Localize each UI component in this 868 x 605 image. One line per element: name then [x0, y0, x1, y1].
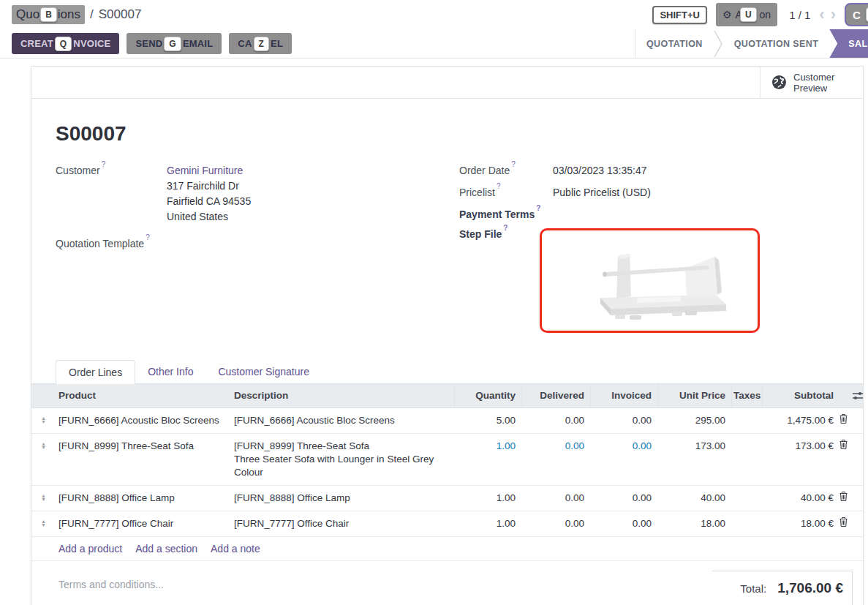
customer-link[interactable]: Gemini Furniture	[167, 165, 243, 176]
tab-other-info[interactable]: Other Info	[135, 360, 205, 383]
cell-subtotal: 40.00 €	[762, 492, 835, 505]
cancel-button[interactable]: CAZEL	[229, 33, 292, 54]
form-sheet: S00007 Customer? Gemini Furniture 317 Fa…	[31, 99, 863, 605]
pager-counter: 1 / 1	[789, 9, 810, 21]
help-icon: ?	[503, 224, 507, 232]
cell-quantity[interactable]: 1.00	[454, 492, 521, 505]
add-a-product-link[interactable]: Add a product	[59, 543, 122, 555]
list-footer-links: Add a product Add a section Add a note	[31, 537, 863, 561]
cell-unit-price[interactable]: 40.00	[657, 492, 731, 505]
globe-icon	[771, 75, 787, 90]
step-file-label: Step File?	[459, 227, 553, 333]
table-row[interactable]: ▲▼ [FURN_6666] Acoustic Bloc Screens [FU…	[31, 408, 863, 434]
cell-quantity[interactable]: 1.00	[454, 440, 521, 453]
cell-quantity[interactable]: 1.00	[454, 517, 521, 530]
keyboard-hint-shift-u: SHIFT+U	[652, 6, 707, 24]
cell-description[interactable]: [FURN_8888] Office Lamp	[231, 492, 454, 505]
cell-description[interactable]: [FURN_7777] Office Chair	[231, 517, 454, 530]
create-invoice-button[interactable]: CREATQNVOICE	[12, 33, 119, 54]
status-pipeline: QUOTATION QUOTATION SENT SALES ORDER	[635, 29, 868, 58]
cell-unit-price[interactable]: 173.00	[657, 440, 731, 453]
delete-row-icon[interactable]	[835, 414, 851, 424]
cell-description[interactable]: [FURN_8999] Three-Seat Sofa Three Seater…	[231, 440, 454, 479]
customer-address-line-2: Fairfield CA 94535	[167, 195, 251, 207]
table-header-row: Product Description Quantity Delivered I…	[31, 383, 863, 408]
step-file-image[interactable]	[540, 228, 760, 333]
breadcrumb-parent-text-post: ions	[58, 7, 80, 22]
cell-invoiced[interactable]: 0.00	[590, 517, 657, 530]
customer-address-line-1: 317 Fairchild Dr	[167, 180, 239, 192]
breadcrumb-parent-quotations[interactable]: QuoBions	[12, 5, 85, 24]
table-row[interactable]: ▲▼ [FURN_7777] Office Chair [FURN_7777] …	[31, 511, 863, 537]
table-row[interactable]: ▲▼ [FURN_8999] Three-Seat Sofa [FURN_899…	[31, 434, 863, 486]
cell-delivered[interactable]: 0.00	[521, 440, 590, 453]
optional-columns-icon[interactable]	[851, 391, 864, 400]
cell-product[interactable]: [FURN_8999] Three-Seat Sofa	[56, 440, 231, 453]
cad-part-image	[542, 230, 758, 331]
cell-description[interactable]: [FURN_6666] Acoustic Bloc Screens	[231, 414, 454, 427]
cell-product[interactable]: [FURN_7777] Office Chair	[56, 517, 231, 530]
breadcrumb-current: S00007	[99, 7, 142, 22]
tab-customer-signature[interactable]: Customer Signature	[205, 360, 322, 383]
payment-terms-field[interactable]: Payment Terms?	[459, 207, 839, 220]
notebook-tabs: Order Lines Other Info Customer Signatur…	[56, 360, 839, 383]
cell-delivered[interactable]: 0.00	[521, 492, 590, 505]
total-value: 1,706.00 €	[777, 580, 843, 596]
quotation-template-field[interactable]: Quotation Template?	[56, 236, 459, 249]
add-a-note-link[interactable]: Add a note	[211, 543, 260, 555]
cell-subtotal: 18.00 €	[762, 517, 835, 530]
pager-next-icon[interactable]: ›	[831, 7, 836, 23]
pricelist-label: Pricelist?	[459, 185, 553, 200]
cell-invoiced[interactable]: 0.00	[590, 414, 657, 427]
stage-quotation[interactable]: QUOTATION	[635, 29, 714, 58]
tab-order-lines[interactable]: Order Lines	[56, 360, 135, 384]
pager-previous-icon[interactable]: ‹	[819, 7, 824, 23]
drag-handle-icon[interactable]: ▲▼	[41, 440, 46, 449]
top-navigation-bar: QuoBions / S00007 SHIFT+U ⚙ AUon 1 / 1 ‹…	[0, 0, 868, 29]
customer-preview-label: Customer Preview	[793, 72, 834, 94]
stage-sales-order-active[interactable]: SALES ORDER	[829, 29, 868, 58]
drag-handle-icon[interactable]: ▲▼	[41, 492, 46, 501]
customer-label: Customer?	[56, 163, 167, 225]
edge-cutoff-button[interactable]: C	[845, 3, 868, 26]
cell-product[interactable]: [FURN_8888] Office Lamp	[56, 492, 231, 505]
cell-delivered[interactable]: 0.00	[521, 414, 590, 427]
cell-invoiced[interactable]: 0.00	[590, 492, 657, 505]
add-a-section-link[interactable]: Add a section	[135, 543, 197, 555]
order-date-value[interactable]: 03/03/2023 13:35:47	[553, 163, 646, 179]
cell-subtotal: 173.00 €	[762, 440, 835, 453]
cell-unit-price[interactable]: 295.00	[657, 414, 731, 427]
delete-row-icon[interactable]	[835, 440, 851, 449]
order-lines-table: Product Description Quantity Delivered I…	[31, 383, 863, 561]
cell-delivered[interactable]: 0.00	[521, 517, 590, 530]
drag-handle-icon[interactable]: ▲▼	[41, 414, 46, 424]
table-row[interactable]: ▲▼ [FURN_8888] Office Lamp [FURN_8888] O…	[31, 486, 863, 511]
customer-preview-button[interactable]: Customer Preview	[760, 67, 863, 98]
delete-row-icon[interactable]	[835, 517, 851, 527]
cell-quantity[interactable]: 5.00	[454, 414, 521, 427]
create-invoice-label-pre: CREAT	[20, 38, 53, 49]
column-header-unit-price: Unit Price	[657, 384, 731, 407]
help-icon: ?	[497, 182, 501, 190]
terms-and-conditions-field[interactable]: Terms and conditions...	[59, 579, 164, 590]
edge-button-text: C	[853, 9, 861, 21]
quotation-template-label: Quotation Template?	[56, 236, 167, 249]
action-menu-button[interactable]: ⚙ AUon	[716, 3, 777, 26]
send-email-label-post: EMAIL	[183, 38, 213, 49]
stage-quotation-sent[interactable]: QUOTATION SENT	[723, 29, 830, 58]
column-header-product: Product	[56, 390, 231, 401]
cell-product[interactable]: [FURN_6666] Acoustic Bloc Screens	[56, 414, 231, 427]
drag-handle-icon[interactable]: ▲▼	[41, 517, 46, 527]
cancel-label-pre: CA	[238, 38, 252, 49]
cell-subtotal: 1,475.00 €	[762, 414, 835, 427]
cell-unit-price[interactable]: 18.00	[657, 517, 731, 530]
delete-row-icon[interactable]	[835, 492, 851, 501]
pricelist-field: Pricelist? Public Pricelist (USD)	[459, 185, 839, 200]
payment-terms-label: Payment Terms?	[459, 207, 553, 220]
send-email-button[interactable]: SENDGEMAIL	[127, 33, 222, 54]
help-icon: ?	[511, 160, 516, 168]
cell-invoiced[interactable]: 0.00	[590, 440, 657, 453]
column-header-subtotal: Subtotal	[762, 384, 835, 407]
help-icon: ?	[102, 160, 106, 168]
pricelist-value[interactable]: Public Pricelist (USD)	[553, 185, 651, 200]
